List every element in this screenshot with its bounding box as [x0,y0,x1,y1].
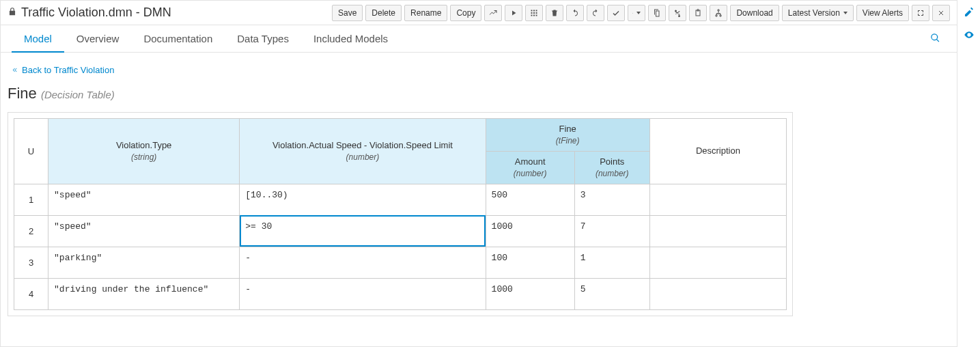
sitemap-button[interactable] [710,5,727,21]
copy-clip-button[interactable] [648,5,666,21]
edit-icon[interactable] [964,7,975,20]
row-number[interactable]: 1 [14,184,48,215]
download-button[interactable]: Download [730,5,779,21]
tab-documentation[interactable]: Documentation [131,26,225,51]
input-cell[interactable]: [10..30) [240,184,486,215]
table-row: 1"speed"[10..30)5003 [14,184,787,215]
page-title: Fine (Decision Table) [8,83,957,112]
tab-model[interactable]: Model [12,26,64,53]
row-number[interactable]: 2 [14,215,48,247]
download-dropdown-button[interactable] [628,5,645,21]
tab-included-models[interactable]: Included Models [301,26,400,51]
file-title: Traffic Violation.dmn - DMN [21,5,171,20]
trash-button[interactable] [546,5,563,21]
annotation-cell[interactable] [649,184,786,215]
output-group-header[interactable]: Fine (tFine) [486,119,649,152]
output-cell[interactable]: 500 [486,184,574,215]
redo-button[interactable] [587,5,604,21]
annotation-cell[interactable] [649,215,786,247]
main-area: Traffic Violation.dmn - DMN Save Delete … [0,0,957,347]
hit-policy-cell[interactable]: U [14,119,48,184]
content-scroll[interactable]: Back to Traffic Violation Fine (Decision… [1,53,957,346]
row-number[interactable]: 4 [14,278,48,309]
expand-button[interactable] [912,5,929,21]
output-header-0[interactable]: Amount (number) [486,151,574,184]
cut-button[interactable] [669,5,686,21]
tab-data-types[interactable]: Data Types [225,26,301,51]
latest-version-button[interactable]: Latest Version [782,5,854,21]
input-cell[interactable]: "parking" [48,247,240,278]
eye-icon[interactable] [964,29,975,42]
grid-button[interactable] [525,5,543,21]
search-icon[interactable] [925,27,946,51]
table-row: 4"driving under the influence"-10005 [14,278,787,309]
output-cell[interactable]: 1000 [486,215,574,247]
input-cell[interactable]: - [240,247,486,278]
input-cell[interactable]: "speed" [48,184,240,215]
output-cell[interactable]: 1 [574,247,649,278]
validate-button[interactable] [484,5,502,21]
input-cell[interactable]: "speed" [48,215,240,247]
input-header-0[interactable]: Violation.Type (string) [48,119,240,184]
header-bar: Traffic Violation.dmn - DMN Save Delete … [1,1,957,25]
breadcrumb-label: Back to Traffic Violation [22,65,114,75]
lock-icon [8,5,17,20]
tabs-bar: Model Overview Documentation Data Types … [1,25,957,53]
save-button[interactable]: Save [332,5,363,21]
input-cell[interactable]: >= 30 [240,215,486,247]
annotation-cell[interactable] [649,278,786,309]
output-cell[interactable]: 7 [574,215,649,247]
view-alerts-button[interactable]: View Alerts [856,5,909,21]
annotation-cell[interactable] [649,247,786,278]
output-cell[interactable]: 5 [574,278,649,309]
decision-table: U Violation.Type (string) Violation.Actu… [8,112,793,316]
table-row: 2"speed">= 3010007 [14,215,787,247]
undo-button[interactable] [566,5,584,21]
rename-button[interactable]: Rename [404,5,447,21]
output-header-1[interactable]: Points (number) [574,151,649,184]
output-cell[interactable]: 100 [486,247,574,278]
delete-button[interactable]: Delete [365,5,402,21]
input-cell[interactable]: "driving under the influence" [48,278,240,309]
tab-overview[interactable]: Overview [64,26,132,51]
output-cell[interactable]: 1000 [486,278,574,309]
check-button[interactable] [607,5,625,21]
close-button[interactable] [932,5,950,21]
output-cell[interactable]: 3 [574,184,649,215]
paste-button[interactable] [689,5,707,21]
breadcrumb-back[interactable]: Back to Traffic Violation [8,59,957,83]
toolbar: Save Delete Rename Copy Download Latest … [332,5,950,21]
annotation-header[interactable]: Description [649,119,786,184]
right-rail [957,0,980,347]
run-button[interactable] [505,5,522,21]
input-header-1[interactable]: Violation.Actual Speed - Violation.Speed… [240,119,486,184]
file-title-group: Traffic Violation.dmn - DMN [8,5,171,20]
table-row: 3"parking"-1001 [14,247,787,278]
row-number[interactable]: 3 [14,247,48,278]
copy-button[interactable]: Copy [450,5,481,21]
input-cell[interactable]: - [240,278,486,309]
